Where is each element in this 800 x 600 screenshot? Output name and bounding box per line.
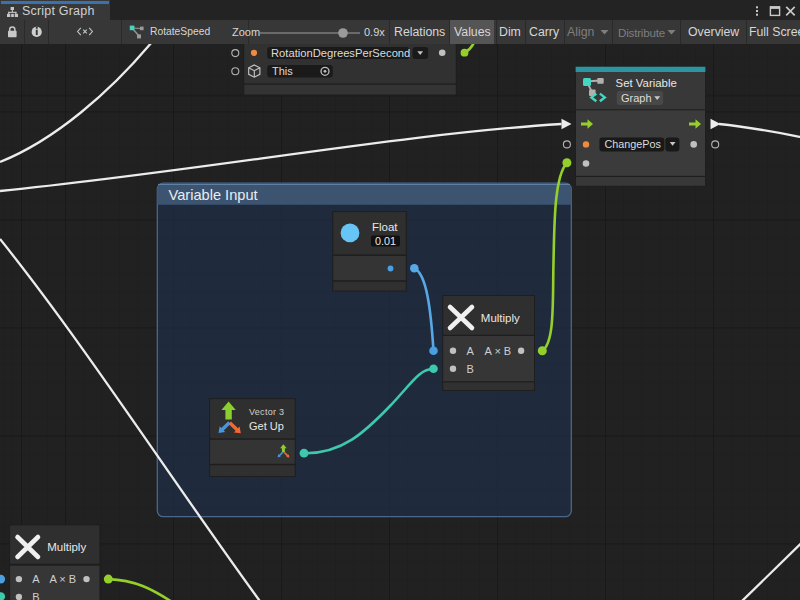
svg-text:A: A <box>32 573 40 585</box>
svg-text:Multiply: Multiply <box>481 312 520 324</box>
svg-text:0.01: 0.01 <box>375 235 396 247</box>
svg-text:RotationDegreesPerSecond: RotationDegreesPerSecond <box>271 47 410 59</box>
svg-text:B: B <box>467 363 474 375</box>
svg-text:Vector 3: Vector 3 <box>249 407 284 417</box>
svg-text:Graph: Graph <box>621 92 652 104</box>
svg-text:ChangePos: ChangePos <box>605 138 662 150</box>
svg-text:Float: Float <box>372 221 398 233</box>
svg-text:B: B <box>32 591 39 600</box>
svg-text:A × B: A × B <box>50 573 77 585</box>
svg-text:A × B: A × B <box>485 345 512 357</box>
svg-text:This: This <box>272 65 293 77</box>
svg-text:A: A <box>467 345 475 357</box>
svg-text:Get Up: Get Up <box>249 420 284 432</box>
svg-text:Multiply: Multiply <box>47 541 86 553</box>
svg-text:Variable Input: Variable Input <box>169 187 258 203</box>
svg-text:Set Variable: Set Variable <box>616 77 677 89</box>
